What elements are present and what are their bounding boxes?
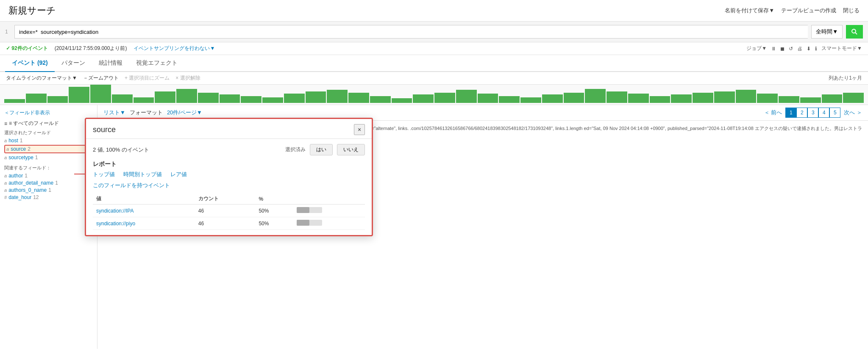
events-toolbar-right: ＜ 前へ 12345 次へ ＞ bbox=[764, 108, 862, 118]
field-type-icon: a bbox=[6, 147, 9, 152]
modal-selection: 選択済み はい いいえ bbox=[285, 144, 365, 155]
timeline-bar bbox=[284, 94, 305, 103]
values-table: 値 カウント % syndication://IPA 46 50% syndic… bbox=[93, 194, 365, 230]
page-number-4[interactable]: 4 bbox=[818, 108, 829, 118]
timeline-bar bbox=[693, 93, 713, 103]
zoom-out-button[interactable]: －ズームアウト bbox=[83, 75, 119, 82]
list-format-button[interactable]: リスト▼ bbox=[103, 109, 125, 116]
modal-header: source × bbox=[86, 119, 372, 139]
hide-fields-button[interactable]: ＜フィールド非表示 bbox=[4, 109, 93, 116]
related-field-author_detail_name[interactable]: aauthor_detail_name1 bbox=[4, 180, 93, 186]
zoom-in-button[interactable]: + 選択項目にズーム bbox=[125, 75, 170, 82]
share-icon[interactable]: ↺ bbox=[789, 46, 793, 52]
field-name: host bbox=[8, 138, 18, 144]
tabs-bar: イベント (92)パターン統計情報視覚エフェクト bbox=[0, 55, 868, 72]
save-button[interactable]: 名前を付けて保存▼ bbox=[725, 7, 774, 14]
field-name: author bbox=[8, 173, 23, 179]
search-bar: 1 全時間▼ bbox=[0, 22, 868, 42]
per-page-selector[interactable]: 20件/ページ▼ bbox=[167, 109, 202, 116]
sampling-selector[interactable]: イベントサンプリングを行わない▼ bbox=[134, 45, 215, 52]
timeline-bar bbox=[779, 96, 799, 103]
modal-body: 2 値, 100% のイベント 選択済み はい いいえ レポート トップ値 時間… bbox=[86, 139, 372, 235]
tab-0[interactable]: イベント (92) bbox=[5, 55, 55, 72]
top-values-link[interactable]: トップ値 bbox=[93, 171, 115, 178]
related-field-authors_0_name[interactable]: aauthors_0_name1 bbox=[4, 187, 93, 193]
search-input[interactable] bbox=[14, 25, 808, 39]
timeline-bar bbox=[241, 96, 262, 103]
search-button[interactable] bbox=[846, 25, 863, 39]
timeline-bar bbox=[47, 96, 68, 103]
next-page-button[interactable]: 次へ ＞ bbox=[844, 109, 862, 116]
field-type-icon: a bbox=[4, 138, 7, 143]
table-view-button[interactable]: テーブルビューの作成 bbox=[781, 7, 836, 14]
no-button[interactable]: いいえ bbox=[337, 144, 365, 155]
report-section-title: レポート bbox=[93, 160, 365, 168]
smart-mode-selector[interactable]: スマートモード▼ bbox=[821, 45, 862, 52]
timeline-toolbar-left: タイムラインのフォーマット▼ －ズームアウト + 選択項目にズーム × 選択解除 bbox=[6, 75, 200, 82]
tab-2[interactable]: 統計情報 bbox=[92, 55, 129, 72]
field-name: author_detail_name bbox=[8, 180, 53, 186]
tab-1[interactable]: パターン bbox=[55, 55, 92, 72]
tab-3[interactable]: 視覚エフェクト bbox=[129, 55, 184, 72]
page-title: 新規サーチ bbox=[8, 4, 56, 17]
events-date: (2024/11/12 7:55:09.000より前) bbox=[55, 45, 127, 52]
page-number-2[interactable]: 2 bbox=[796, 108, 807, 118]
timeline-bar bbox=[606, 91, 627, 103]
timeline-bar bbox=[327, 90, 348, 103]
field-name: source bbox=[11, 146, 26, 152]
time-range-selector[interactable]: 全時間▼ bbox=[811, 25, 843, 39]
sidebar-field-host[interactable]: ahost1 bbox=[4, 138, 93, 144]
page-number-5[interactable]: 5 bbox=[829, 108, 840, 118]
field-count: 1 bbox=[48, 187, 51, 193]
count-cell: 46 bbox=[195, 205, 256, 217]
timeline-bar bbox=[499, 96, 520, 103]
info-icon[interactable]: ℹ bbox=[815, 46, 817, 52]
timeline-bar bbox=[348, 93, 369, 103]
timeline-format-button[interactable]: タイムラインのフォーマット▼ bbox=[6, 75, 77, 82]
svg-line-1 bbox=[855, 33, 857, 34]
page-number-3[interactable]: 3 bbox=[807, 108, 818, 118]
top-header: 新規サーチ 名前を付けて保存▼ テーブルビューの作成 閉じる bbox=[0, 0, 868, 22]
modal-stats: 2 値, 100% のイベント bbox=[93, 146, 149, 154]
timeline-bar bbox=[843, 93, 864, 103]
main-content: ＜フィールド非表示 ≡ ≡ すべてのフィールド 選択されたフィールド ahost… bbox=[0, 105, 868, 349]
timeline-bar bbox=[198, 93, 219, 103]
rare-values-link[interactable]: レア値 bbox=[170, 171, 187, 178]
selection-label: 選択済み bbox=[285, 146, 306, 153]
field-type-icon: a bbox=[4, 180, 7, 185]
page-number-1[interactable]: 1 bbox=[785, 108, 796, 118]
events-toolbar-left: リスト▼ フォーマット 20件/ページ▼ bbox=[103, 109, 202, 116]
prev-page-button[interactable]: ＜ 前へ bbox=[764, 109, 782, 116]
value-cell[interactable]: syndication://IPA bbox=[93, 205, 195, 217]
selected-fields-section-label: 選択されたフィールド bbox=[4, 130, 93, 136]
jobs-button[interactable]: ジョブ▼ bbox=[746, 45, 767, 52]
header-actions: 名前を付けて保存▼ テーブルビューの作成 閉じる bbox=[725, 7, 860, 14]
modal-close-button[interactable]: × bbox=[354, 124, 365, 135]
timeline-bar bbox=[520, 97, 541, 103]
field-count: 1 bbox=[55, 180, 58, 186]
field-events-link[interactable]: このフィールドを持つイベント bbox=[93, 182, 170, 188]
yes-button[interactable]: はい bbox=[310, 144, 333, 155]
bar-cell bbox=[293, 217, 365, 230]
top-values-time-link[interactable]: 時間別トップ値 bbox=[123, 171, 162, 178]
svg-point-0 bbox=[852, 29, 856, 33]
download-icon[interactable]: ⬇ bbox=[807, 46, 811, 52]
sidebar-field-source[interactable]: asource2 bbox=[4, 145, 93, 153]
pagination: ＜ 前へ 12345 次へ ＞ bbox=[764, 108, 862, 118]
stop-icon[interactable]: ◼ bbox=[780, 46, 785, 52]
deselect-button[interactable]: × 選択解除 bbox=[175, 75, 200, 82]
print-icon[interactable]: 🖨 bbox=[797, 46, 802, 52]
field-type-icon: # bbox=[4, 195, 7, 200]
format-button[interactable]: フォーマット bbox=[130, 109, 163, 116]
related-fields-section-label: 関連するフィールド： bbox=[4, 165, 93, 171]
pause-icon[interactable]: ⏸ bbox=[771, 46, 776, 52]
value-cell[interactable]: syndication://piyo bbox=[93, 217, 195, 230]
sidebar-field-sourcetype[interactable]: asourcetype1 bbox=[4, 155, 93, 160]
close-button[interactable]: 閉じる bbox=[843, 7, 860, 14]
timeline-bar bbox=[822, 94, 843, 103]
timeline-bar bbox=[26, 94, 47, 103]
related-field-date_hour[interactable]: #date_hour12 bbox=[4, 194, 93, 200]
all-fields-button[interactable]: ≡ ≡ すべてのフィールド bbox=[4, 120, 93, 127]
timeline-bar bbox=[736, 90, 757, 103]
modal-title: source bbox=[93, 125, 116, 134]
